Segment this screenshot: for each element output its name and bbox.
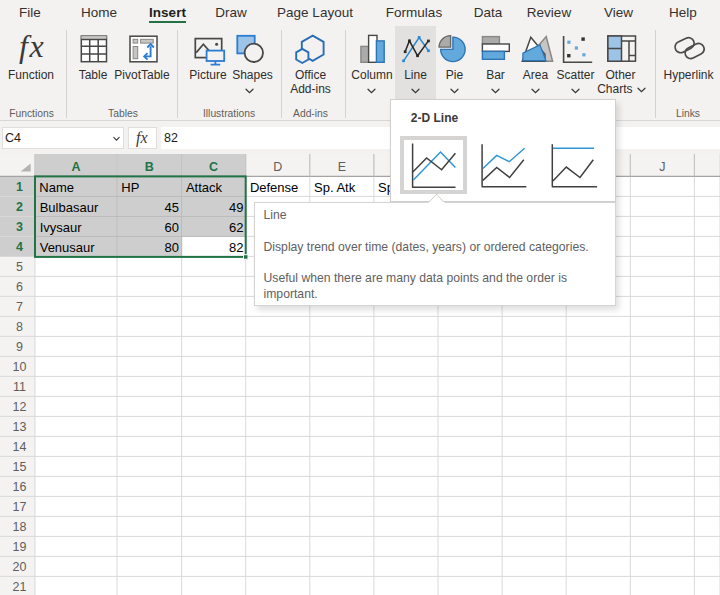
svg-text:45: 45 — [165, 200, 179, 215]
svg-text:6: 6 — [16, 280, 23, 294]
svg-text:20: 20 — [13, 560, 27, 574]
svg-text:14: 14 — [13, 440, 27, 454]
svg-text:3: 3 — [16, 220, 23, 234]
svg-text:10: 10 — [13, 360, 27, 374]
svg-text:11: 11 — [13, 380, 26, 394]
svg-text:A: A — [71, 160, 80, 174]
svg-text:D: D — [273, 160, 282, 174]
svg-text:Ivysaur: Ivysaur — [40, 220, 83, 235]
svg-text:5: 5 — [16, 260, 23, 274]
svg-text:Name: Name — [39, 180, 74, 195]
svg-text:Sp. Atk: Sp. Atk — [314, 180, 356, 195]
svg-text:E: E — [338, 160, 346, 174]
svg-text:17: 17 — [13, 500, 27, 514]
svg-text:C: C — [209, 160, 218, 174]
svg-text:60: 60 — [165, 220, 179, 235]
svg-text:8: 8 — [16, 320, 23, 334]
svg-text:J: J — [659, 160, 665, 174]
svg-text:Bulbasaur: Bulbasaur — [40, 200, 99, 215]
svg-text:4: 4 — [16, 240, 23, 254]
svg-text:12: 12 — [13, 400, 27, 414]
svg-text:Attack: Attack — [186, 180, 223, 195]
svg-text:B: B — [145, 160, 154, 174]
svg-text:9: 9 — [16, 340, 23, 354]
svg-text:Venusaur: Venusaur — [40, 240, 96, 255]
svg-text:7: 7 — [16, 300, 23, 314]
svg-text:21: 21 — [13, 580, 27, 594]
svg-text:13: 13 — [13, 420, 27, 434]
svg-text:2: 2 — [16, 200, 23, 214]
svg-text:HP: HP — [121, 180, 139, 195]
svg-text:Defense: Defense — [250, 180, 298, 195]
svg-text:1: 1 — [16, 180, 23, 194]
svg-text:49: 49 — [229, 200, 243, 215]
svg-text:19: 19 — [13, 540, 27, 554]
svg-text:62: 62 — [229, 220, 243, 235]
svg-text:15: 15 — [13, 460, 27, 474]
svg-text:82: 82 — [229, 240, 243, 255]
svg-text:80: 80 — [165, 240, 179, 255]
svg-text:18: 18 — [13, 520, 27, 534]
svg-text:16: 16 — [13, 480, 27, 494]
